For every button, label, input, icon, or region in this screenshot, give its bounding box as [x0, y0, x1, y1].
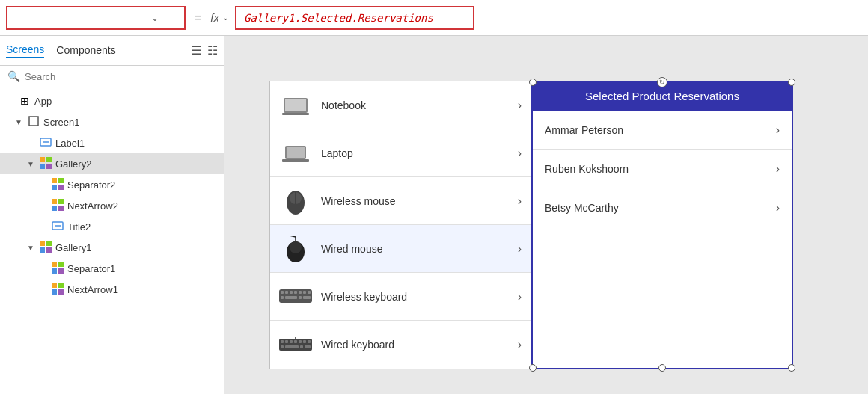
row-arrow-5: › — [518, 338, 522, 351]
svg-rect-9 — [52, 185, 57, 190]
gallery-row-3[interactable]: Wired mouse› — [270, 225, 531, 273]
gallery-row-0[interactable]: Notebook› — [270, 81, 531, 129]
tree-node-icon-gallery1 — [39, 241, 52, 255]
reservation-name-0: Ammar Peterson — [545, 124, 776, 136]
svg-rect-3 — [40, 157, 45, 162]
svg-rect-6 — [46, 164, 52, 169]
reservation-name-1: Ruben Kokshoorn — [545, 163, 776, 175]
list-icon[interactable]: ☰ — [191, 43, 201, 58]
svg-rect-21 — [52, 262, 57, 267]
svg-rect-56 — [285, 340, 288, 343]
svg-rect-44 — [285, 291, 288, 294]
name-input[interactable]: Items — [13, 12, 148, 24]
fx-area: fx ⌄ — [210, 11, 229, 24]
tree-item-gallery1[interactable]: ▼Gallery1 — [0, 237, 224, 258]
tab-components[interactable]: Components — [56, 44, 115, 58]
fx-icon: fx — [210, 11, 219, 24]
svg-rect-13 — [52, 206, 57, 211]
name-chevron-icon[interactable]: ⌄ — [151, 13, 159, 23]
svg-rect-47 — [299, 291, 302, 294]
tree-item-gallery2[interactable]: ▼Gallery2 — [0, 153, 224, 174]
tree-node-icon-nextarrow2 — [51, 199, 64, 213]
name-dropdown[interactable]: Items ⌄ — [6, 6, 186, 30]
expand-icon-gallery2[interactable]: ▼ — [27, 160, 36, 168]
tree-label-nextarrow2: NextArrow2 — [67, 200, 118, 212]
svg-rect-17 — [40, 241, 45, 246]
tree-label-separator1: Separator1 — [67, 263, 115, 274]
reservation-row-2[interactable]: Betsy McCarthy› — [533, 188, 792, 227]
tree-item-separator1[interactable]: Separator1 — [0, 258, 224, 279]
tab-icons: ☰ ☷ — [191, 43, 218, 58]
search-input[interactable] — [25, 71, 216, 82]
row-arrow-0: › — [518, 99, 522, 112]
product-icon-0 — [279, 92, 312, 119]
canvas-area[interactable]: Notebook›Laptop›Wireless mouse›Wired mou… — [224, 36, 868, 394]
expand-icon-gallery1[interactable]: ▼ — [27, 244, 36, 252]
handle-bottom-mid[interactable] — [658, 364, 666, 372]
svg-rect-28 — [58, 289, 64, 295]
reservation-row-0[interactable]: Ammar Peterson› — [533, 111, 792, 150]
handle-bottom-right[interactable] — [788, 364, 795, 372]
svg-rect-57 — [290, 340, 293, 343]
expand-icon-screen1[interactable]: ▼ — [15, 118, 24, 126]
tree-item-label1[interactable]: Label1 — [0, 132, 224, 153]
svg-rect-14 — [58, 206, 64, 211]
tree-node-icon-title2 — [51, 220, 64, 234]
gallery-row-4[interactable]: Wireless keyboard› — [270, 273, 531, 321]
svg-rect-46 — [294, 291, 297, 294]
gallery-row-2[interactable]: Wireless mouse› — [270, 177, 531, 225]
product-name-0: Notebook — [321, 99, 509, 111]
equals-sign: = — [192, 11, 204, 25]
product-name-1: Laptop — [321, 147, 509, 159]
tree-node-icon-label1 — [39, 136, 52, 150]
handle-top-right[interactable] — [788, 79, 795, 86]
svg-rect-25 — [52, 283, 57, 288]
svg-rect-22 — [58, 262, 64, 267]
tree-label-screen1: Screen1 — [43, 117, 79, 128]
tree-label-app: App — [34, 96, 52, 107]
tree-item-screen1[interactable]: ▼Screen1 — [0, 111, 224, 132]
tree-item-separator2[interactable]: Separator2 — [0, 174, 224, 195]
row-arrow-2: › — [518, 194, 522, 208]
row-arrow-4: › — [518, 290, 522, 304]
main-layout: Screens Components ☰ ☷ 🔍 ⊞App▼Screen1Lab… — [0, 36, 868, 394]
gallery-left[interactable]: Notebook›Laptop›Wireless mouse›Wired mou… — [269, 81, 531, 369]
tree-label-label1: Label1 — [55, 138, 85, 149]
gallery-row-5[interactable]: Wired keyboard› — [270, 321, 531, 369]
handle-bottom-left[interactable] — [529, 364, 537, 372]
handle-top-left[interactable] — [529, 79, 537, 86]
tree-item-title2[interactable]: Title2 — [0, 216, 224, 237]
product-icon-1 — [279, 140, 312, 167]
svg-rect-62 — [281, 345, 284, 348]
svg-rect-12 — [58, 199, 64, 204]
rotate-handle[interactable]: ↻ — [657, 77, 667, 87]
svg-rect-51 — [285, 296, 297, 299]
sidebar: Screens Components ☰ ☷ 🔍 ⊞App▼Screen1Lab… — [0, 36, 224, 394]
tree-item-app[interactable]: ⊞App — [0, 90, 224, 111]
search-box[interactable]: 🔍 — [0, 66, 224, 87]
fx-chevron-icon[interactable]: ⌄ — [222, 13, 229, 22]
tree-node-icon-screen1 — [27, 116, 40, 129]
svg-line-41 — [290, 236, 296, 237]
svg-rect-53 — [303, 296, 311, 299]
svg-rect-0 — [29, 117, 38, 126]
grid-icon[interactable]: ☷ — [207, 43, 218, 58]
reservations-list: Ammar Peterson›Ruben Kokshoorn›Betsy McC… — [533, 111, 792, 227]
tree-item-nextarrow2[interactable]: NextArrow2 — [0, 195, 224, 216]
gallery-right[interactable]: ↻ Selected Product Reservations Ammar Pe… — [531, 81, 793, 369]
svg-rect-52 — [299, 296, 302, 299]
formula-box[interactable]: Gallery1.Selected.Reservations — [235, 6, 474, 30]
product-icon-5 — [279, 331, 312, 358]
tab-screens[interactable]: Screens — [6, 43, 44, 58]
tree-item-nextarrow1[interactable]: NextArrow1 — [0, 279, 224, 300]
top-bar: Items ⌄ = fx ⌄ Gallery1.Selected.Reserva… — [0, 0, 868, 36]
reservation-row-1[interactable]: Ruben Kokshoorn› — [533, 150, 792, 188]
svg-rect-10 — [58, 185, 64, 190]
svg-rect-5 — [40, 164, 45, 169]
tree: ⊞App▼Screen1Label1▼Gallery2Separator2Nex… — [0, 87, 224, 394]
gallery-row-1[interactable]: Laptop› — [270, 129, 531, 177]
svg-rect-50 — [281, 296, 284, 299]
tree-label-title2: Title2 — [67, 221, 91, 233]
res-arrow-0: › — [776, 123, 780, 137]
svg-rect-49 — [308, 291, 311, 294]
